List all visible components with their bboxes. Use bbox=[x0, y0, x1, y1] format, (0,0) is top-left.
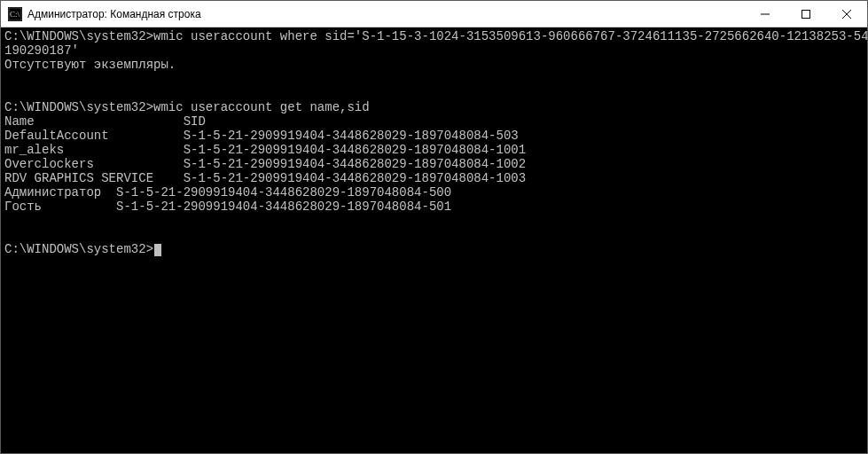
output-line: Гость S-1-5-21-2909919404-3448628029-189… bbox=[4, 200, 867, 214]
output-line: RDV GRAPHICS SERVICE S-1-5-21-2909919404… bbox=[4, 171, 867, 185]
output-line bbox=[4, 86, 867, 100]
output-line bbox=[4, 72, 867, 86]
prompt-line: C:\WINDOWS\system32>wmic useraccount get… bbox=[4, 100, 867, 114]
window-controls bbox=[745, 1, 867, 27]
prompt-line-wrap: 190290187' bbox=[4, 43, 867, 58]
output-line: Администратор S-1-5-21-2909919404-344862… bbox=[4, 185, 867, 200]
maximize-button[interactable] bbox=[786, 1, 826, 27]
prompt-line: C:\WINDOWS\system32> bbox=[4, 242, 867, 256]
cmd-icon: C:\ bbox=[8, 7, 22, 21]
cursor bbox=[154, 244, 161, 256]
close-button[interactable] bbox=[826, 1, 867, 27]
maximize-icon bbox=[802, 10, 810, 19]
svg-rect-4 bbox=[802, 10, 810, 18]
window-title: Администратор: Командная строка bbox=[27, 8, 745, 20]
output-line: DefaultAccount S-1-5-21-2909919404-34486… bbox=[4, 129, 867, 143]
output-line: Overclockers S-1-5-21-2909919404-3448628… bbox=[4, 157, 867, 171]
output-line: Name SID bbox=[4, 114, 867, 129]
console-window: C:\ Администратор: Командная строка bbox=[0, 0, 868, 454]
output-line bbox=[4, 214, 867, 228]
minimize-icon bbox=[761, 10, 770, 19]
minimize-button[interactable] bbox=[745, 1, 786, 27]
output-line: mr_aleks S-1-5-21-2909919404-3448628029-… bbox=[4, 143, 867, 157]
output-line: Отсутствуют экземпляры. bbox=[4, 58, 867, 72]
close-icon bbox=[842, 10, 851, 19]
terminal-area[interactable]: C:\WINDOWS\system32>wmic useraccount whe… bbox=[1, 27, 867, 453]
output-line bbox=[4, 228, 867, 242]
prompt-line: C:\WINDOWS\system32>wmic useraccount whe… bbox=[4, 29, 867, 43]
svg-text:C:\: C:\ bbox=[10, 10, 20, 19]
titlebar[interactable]: C:\ Администратор: Командная строка bbox=[1, 1, 867, 27]
